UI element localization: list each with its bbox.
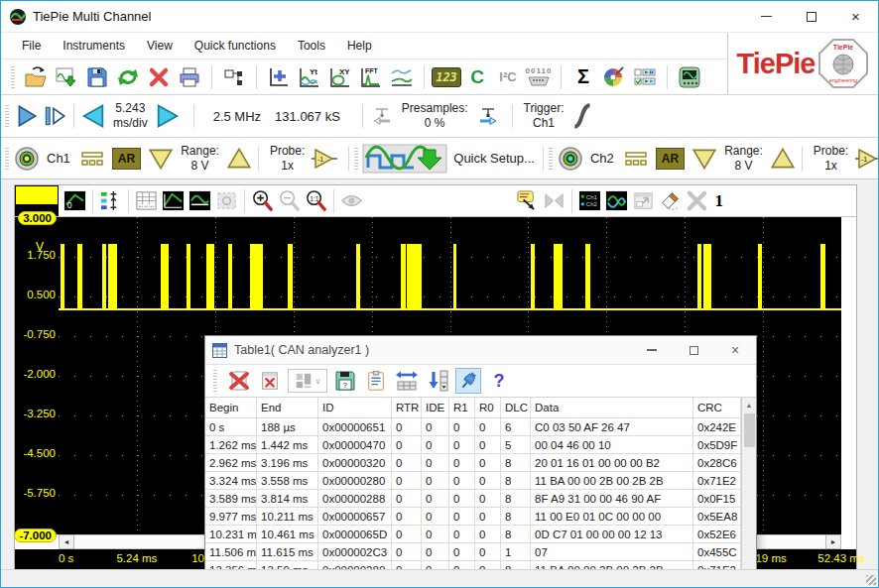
table-scroll-thumb[interactable]	[744, 413, 755, 447]
table-cell[interactable]: 0x5EA8	[693, 508, 741, 526]
serial-analyzer-icon[interactable]: 00110	[525, 63, 553, 91]
comment-tool-icon[interactable]	[515, 188, 540, 214]
table-cell[interactable]: C0 03 50 AF 26 47	[531, 418, 693, 436]
table-close-button[interactable]: ×	[714, 336, 756, 364]
ch1-autorange-button[interactable]: AR	[112, 148, 141, 170]
toolbar-grip[interactable]	[11, 66, 15, 88]
table-cell[interactable]: 0	[422, 418, 449, 436]
y-axis-min[interactable]: -7.000	[14, 529, 57, 542]
save-icon[interactable]	[83, 63, 111, 91]
menu-item-help[interactable]: Help	[336, 35, 383, 57]
table-cell[interactable]: 0	[475, 454, 501, 472]
table-cell[interactable]: 11.506 ms	[205, 543, 257, 561]
add-graph-icon[interactable]	[265, 63, 293, 91]
ch2-coupling-icon[interactable]	[622, 145, 650, 173]
table-cell[interactable]: 0	[475, 543, 501, 561]
column-header-r0[interactable]: R0	[475, 398, 501, 418]
table-cell[interactable]: 0	[392, 508, 422, 526]
menu-item-quick-functions[interactable]: Quick functions	[184, 35, 287, 57]
menu-item-view[interactable]: View	[136, 35, 184, 57]
ch1-range-up-icon[interactable]	[225, 145, 253, 173]
table-title-bar[interactable]: Table1( CAN analyzer1 ) ×	[205, 336, 756, 364]
fft-graph-icon[interactable]: FFT	[357, 63, 385, 91]
table-cell[interactable]: 0	[422, 526, 449, 543]
table-row[interactable]: 0 s188 µs0x0000065100006C0 03 50 AF 26 4…	[205, 418, 741, 436]
table-cell[interactable]: 3.558 ms	[257, 472, 318, 490]
table-cell[interactable]: 0x28C6	[693, 454, 741, 472]
table-cell[interactable]: 0	[449, 418, 475, 436]
capacity-meter-icon[interactable]: C	[463, 63, 491, 91]
column-header-rtr[interactable]: RTR	[392, 398, 422, 418]
table-cell[interactable]: 0x0000065D	[318, 526, 392, 543]
xy-graph-icon[interactable]: XY	[326, 63, 354, 91]
remove-rows-icon[interactable]	[257, 368, 283, 394]
table-cell[interactable]: 0	[392, 436, 422, 454]
delete-icon[interactable]	[145, 63, 173, 91]
table-cell[interactable]: 0x00000320	[318, 454, 392, 472]
table-cell[interactable]: 0	[475, 418, 501, 436]
start-measurement-icon[interactable]	[13, 102, 41, 130]
table-cell[interactable]: 6	[501, 418, 531, 436]
table-cell[interactable]: 3.196 ms	[257, 454, 318, 472]
timebase-faster-icon[interactable]	[154, 102, 182, 130]
table-cell[interactable]: 5	[501, 436, 531, 454]
autoscale-icon[interactable]	[161, 188, 186, 214]
table-cell[interactable]: 8	[501, 526, 531, 543]
graph-settings-icon[interactable]: 0	[63, 188, 87, 214]
table-cell[interactable]: 0	[449, 508, 475, 526]
copy-table-icon[interactable]	[363, 368, 389, 394]
table-cell[interactable]: 0	[449, 490, 475, 508]
pin-window-icon[interactable]	[455, 368, 481, 394]
legend-icon[interactable]: Ch1 Ch2	[577, 188, 602, 214]
table-cell[interactable]: 0	[422, 472, 449, 490]
autoscroll-icon[interactable]	[425, 368, 450, 394]
table-row[interactable]: 10.231 ms10.461 ms0x0000065D000080D C7 0…	[205, 526, 741, 543]
fit-columns-icon[interactable]	[394, 368, 420, 394]
table-cell[interactable]: 0	[392, 490, 422, 508]
ch2-range-down-icon[interactable]	[691, 145, 718, 173]
table-cell[interactable]: 0x455C	[693, 543, 741, 561]
open-icon[interactable]	[22, 63, 50, 91]
table-cell[interactable]: 0	[422, 543, 449, 561]
toolbar-grip[interactable]	[213, 370, 217, 392]
table-cell[interactable]: 11 00 E0 01 0C 00 00 00	[531, 508, 693, 526]
eraser-icon[interactable]	[658, 188, 683, 214]
yt-graph-icon[interactable]: Yt	[296, 63, 323, 91]
table-cell[interactable]: 0	[475, 508, 501, 526]
export-data-icon[interactable]	[53, 63, 80, 91]
scroll-right-button[interactable]: ►	[825, 534, 841, 549]
maximize-button[interactable]	[789, 1, 833, 32]
table-help-icon[interactable]: ?	[486, 368, 512, 394]
quick-setup-icon[interactable]	[362, 145, 447, 173]
zoom-in-icon[interactable]	[250, 188, 275, 214]
close-button[interactable]: ×	[833, 1, 878, 32]
record-length[interactable]: 131.067 kS	[275, 109, 340, 124]
presamples-increase-icon[interactable]	[474, 102, 502, 130]
table-cell[interactable]: 0	[422, 490, 449, 508]
toolbar-grip[interactable]	[5, 148, 9, 170]
table-cell[interactable]: 10.211 ms	[257, 508, 318, 526]
table-cell[interactable]: 0	[449, 436, 475, 454]
table-cell[interactable]: 0 s	[205, 418, 257, 436]
column-header-begin[interactable]: Begin	[205, 398, 257, 418]
table-cell[interactable]: 2.962 ms	[205, 454, 257, 472]
table-cell[interactable]: 3.589 ms	[205, 490, 257, 508]
table-cell[interactable]: 0	[422, 508, 449, 526]
zoom-reset-icon[interactable]: 1:1	[304, 188, 328, 214]
table-cell[interactable]: 0	[475, 436, 501, 454]
ch2-bnc-icon[interactable]	[557, 145, 584, 173]
table-cell[interactable]: 11 BA 00 00 2B 00 2B 2B	[531, 472, 693, 490]
table-cell[interactable]: 0	[422, 454, 449, 472]
waveform-colors-icon[interactable]	[604, 188, 629, 214]
colors-icon[interactable]	[600, 63, 628, 91]
meter-123-icon[interactable]: 123	[433, 63, 460, 91]
trigger-edge-icon[interactable]	[569, 102, 597, 130]
table-cell[interactable]: 0x71E2	[693, 472, 741, 490]
resize-grip[interactable]	[866, 575, 876, 585]
table-cell[interactable]: 00 04 46 00 10	[531, 436, 693, 454]
sample-frequency[interactable]: 2.5 MHz	[213, 109, 261, 124]
table-cell[interactable]: 0x00000657	[318, 508, 392, 526]
table-cell[interactable]: 3.814 ms	[257, 490, 318, 508]
table-cell[interactable]: 0x000002C3	[318, 543, 392, 561]
ch1-probe-gain-icon[interactable]: -1	[311, 145, 338, 173]
